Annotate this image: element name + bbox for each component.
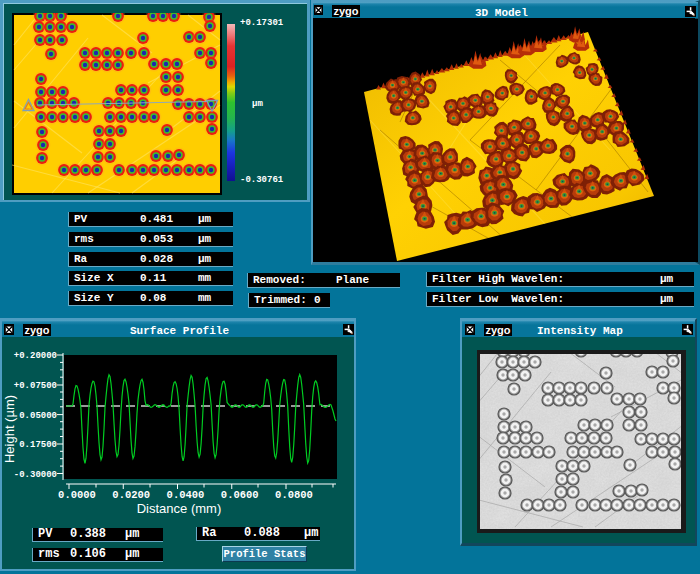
- svg-text:+0.07500: +0.07500: [14, 381, 57, 391]
- svg-text:Distance (mm): Distance (mm): [137, 501, 222, 516]
- svg-text:Height (µm): Height (µm): [2, 395, 17, 463]
- svg-text:-0.30000: -0.30000: [14, 470, 57, 480]
- svg-text:0.17500: 0.17500: [19, 440, 57, 450]
- svg-text:0.0600: 0.0600: [221, 489, 259, 501]
- svg-text:0.0000: 0.0000: [58, 489, 96, 501]
- svg-text:0.0200: 0.0200: [112, 489, 150, 501]
- svg-text:+0.20000: +0.20000: [14, 351, 57, 361]
- svg-text:0.0400: 0.0400: [167, 489, 205, 501]
- svg-text:0.05000: 0.05000: [19, 411, 57, 421]
- svg-text:0.0800: 0.0800: [275, 489, 313, 501]
